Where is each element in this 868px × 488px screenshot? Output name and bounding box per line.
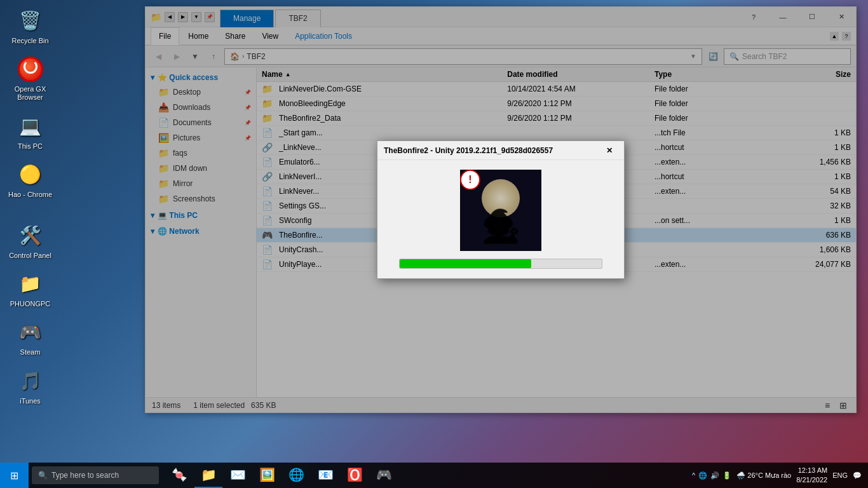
- taskbar-mail[interactable]: ✉️: [224, 463, 252, 488]
- modal-content: ! 🧙: [377, 160, 624, 278]
- file-explorer-window: 📁 ◀ ▶ ▼ 📌 Manage TBF2 ? — ☐ ✕: [145, 6, 857, 413]
- hao-chrome-icon[interactable]: 🟡 Hao - Chrome: [6, 160, 54, 199]
- desktop: 🗑️ Recycle Bin Opera GX Browser 💻 This P…: [0, 0, 868, 488]
- progress-bar-container: [399, 259, 602, 269]
- notification-center-icon[interactable]: 💬: [853, 471, 862, 480]
- taskbar-chrome[interactable]: 🌐: [282, 463, 310, 488]
- modal-overlay: TheBonfire2 - Unity 2019.2.21f1_9d528d02…: [146, 7, 856, 412]
- modal-close-button[interactable]: ✕: [601, 142, 618, 159]
- taskbar-system-icons: ^ 🌐 🔊 🔋: [692, 471, 731, 480]
- modal-title-bar: TheBonfire2 - Unity 2019.2.21f1_9d528d02…: [377, 141, 624, 160]
- battery-icon[interactable]: 🔋: [722, 471, 731, 480]
- desktop-icons: 🗑️ Recycle Bin Opera GX Browser 💻 This P…: [0, 0, 60, 412]
- taskbar-file-explorer[interactable]: 📁: [194, 463, 222, 488]
- this-pc-icon[interactable]: 💻 This PC: [6, 112, 54, 151]
- clock-time: 12:13 AM: [796, 466, 827, 475]
- language-indicator[interactable]: ENG: [832, 471, 848, 479]
- taskbar-email[interactable]: 📧: [311, 463, 339, 488]
- itunes-icon[interactable]: 🎵 iTunes: [6, 367, 54, 405]
- taskbar-clock[interactable]: 12:13 AM 8/21/2022: [796, 466, 827, 485]
- start-button[interactable]: ⊞: [0, 463, 29, 488]
- taskbar: ⊞ 🔍 Type here to search 🍬 📁 ✉️ 🖼️ 🌐 📧 🅾️…: [0, 463, 868, 488]
- taskbar-gallery[interactable]: 🖼️: [253, 463, 281, 488]
- network-tray-icon[interactable]: 🌐: [698, 471, 707, 480]
- volume-icon[interactable]: 🔊: [710, 471, 719, 480]
- taskbar-unity[interactable]: 🎮: [370, 463, 398, 488]
- taskbar-apps: 🍬 📁 ✉️ 🖼️ 🌐 📧 🅾️ 🎮: [165, 463, 398, 488]
- phuongpc-icon[interactable]: 📁 PHUONGPC: [6, 269, 54, 308]
- control-panel-icon[interactable]: 🛠️ Control Panel: [6, 221, 54, 260]
- taskbar-opera[interactable]: 🅾️: [341, 463, 369, 488]
- opera-gx-icon[interactable]: Opera GX Browser: [6, 55, 54, 102]
- taskbar-search[interactable]: 🔍 Type here to search: [32, 466, 159, 484]
- modal-warning-icon: !: [460, 170, 480, 190]
- clock-date: 8/21/2022: [796, 475, 827, 485]
- progress-bar: [400, 259, 531, 268]
- taskbar-candy-crush[interactable]: 🍬: [165, 463, 193, 488]
- modal-title: TheBonfire2 - Unity 2019.2.21f1_9d528d02…: [384, 146, 553, 155]
- modal-dialog: TheBonfire2 - Unity 2019.2.21f1_9d528d02…: [377, 140, 625, 279]
- warrior-silhouette: 🧙: [481, 208, 520, 245]
- steam-icon[interactable]: 🎮 Steam: [6, 318, 54, 356]
- modal-image-container: ! 🧙: [460, 170, 541, 251]
- taskbar-right: ^ 🌐 🔊 🔋 🌧️ 26°C Mưa rào 12:13 AM 8/21/20…: [692, 466, 868, 485]
- chevron-up-icon[interactable]: ^: [692, 471, 695, 479]
- taskbar-search-placeholder: Type here to search: [51, 471, 119, 480]
- weather-info[interactable]: 🌧️ 26°C Mưa rào: [736, 471, 791, 480]
- recycle-bin-icon[interactable]: 🗑️ Recycle Bin: [6, 6, 54, 45]
- taskbar-search-icon: 🔍: [38, 471, 48, 480]
